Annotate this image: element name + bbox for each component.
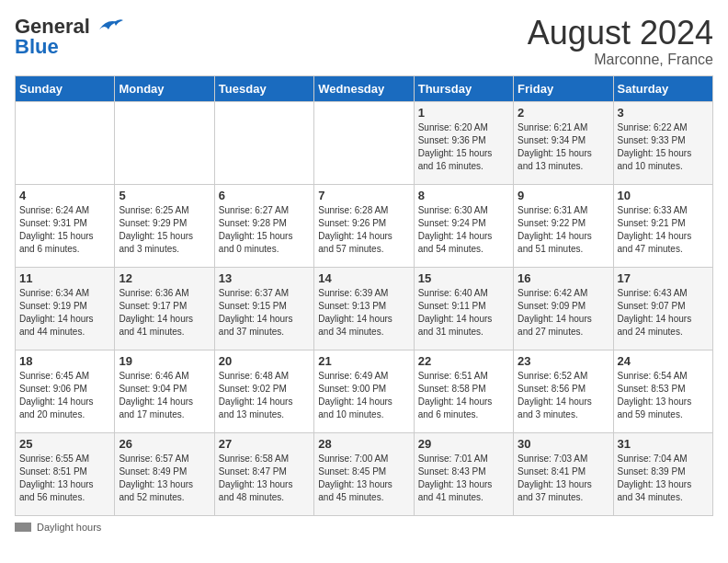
day-info: Sunrise: 6:30 AM Sunset: 9:24 PM Dayligh… [418, 204, 509, 256]
calendar-day-cell: 9Sunrise: 6:31 AM Sunset: 9:22 PM Daylig… [514, 184, 613, 267]
calendar-day-cell: 18Sunrise: 6:45 AM Sunset: 9:06 PM Dayli… [16, 350, 115, 432]
calendar-day-cell: 7Sunrise: 6:28 AM Sunset: 9:26 PM Daylig… [314, 184, 414, 267]
calendar-week-row: 18Sunrise: 6:45 AM Sunset: 9:06 PM Dayli… [16, 350, 713, 432]
day-info: Sunrise: 6:20 AM Sunset: 9:36 PM Dayligh… [418, 121, 509, 173]
calendar-day-cell [314, 101, 414, 184]
day-number: 4 [19, 189, 110, 202]
day-info: Sunrise: 6:37 AM Sunset: 9:15 PM Dayligh… [219, 287, 310, 339]
calendar-day-cell: 23Sunrise: 6:52 AM Sunset: 8:56 PM Dayli… [514, 350, 613, 432]
calendar-day-cell: 26Sunrise: 6:57 AM Sunset: 8:49 PM Dayli… [115, 432, 214, 515]
calendar-day-cell: 13Sunrise: 6:37 AM Sunset: 9:15 PM Dayli… [214, 267, 313, 350]
day-number: 28 [318, 437, 409, 451]
calendar-day-cell: 3Sunrise: 6:22 AM Sunset: 9:33 PM Daylig… [613, 101, 712, 184]
day-number: 31 [618, 437, 709, 451]
day-info: Sunrise: 6:25 AM Sunset: 9:29 PM Dayligh… [119, 204, 210, 256]
calendar-day-cell: 19Sunrise: 6:46 AM Sunset: 9:04 PM Dayli… [115, 350, 214, 432]
day-number: 23 [518, 354, 609, 368]
calendar-day-cell: 29Sunrise: 7:01 AM Sunset: 8:43 PM Dayli… [414, 432, 513, 515]
logo-text-blue: Blue [15, 35, 59, 59]
calendar-day-cell: 24Sunrise: 6:54 AM Sunset: 8:53 PM Dayli… [613, 350, 712, 432]
day-number: 1 [418, 106, 509, 120]
calendar-day-header: Sunday [16, 75, 115, 101]
day-info: Sunrise: 6:55 AM Sunset: 8:51 PM Dayligh… [19, 453, 110, 504]
day-info: Sunrise: 6:51 AM Sunset: 8:58 PM Dayligh… [418, 370, 509, 421]
day-number: 20 [219, 354, 310, 368]
day-number: 27 [219, 437, 310, 451]
calendar-week-row: 1Sunrise: 6:20 AM Sunset: 9:36 PM Daylig… [16, 101, 713, 184]
day-number: 26 [119, 437, 210, 451]
calendar-day-header: Tuesday [214, 75, 313, 101]
calendar-day-cell: 8Sunrise: 6:30 AM Sunset: 9:24 PM Daylig… [414, 184, 513, 267]
day-number: 21 [318, 354, 409, 368]
day-info: Sunrise: 6:54 AM Sunset: 8:53 PM Dayligh… [618, 370, 709, 421]
day-info: Sunrise: 7:04 AM Sunset: 8:39 PM Dayligh… [618, 453, 709, 504]
page-header: General Blue August 2024 Marconne, Franc… [15, 15, 713, 68]
day-number: 13 [219, 271, 310, 285]
day-info: Sunrise: 6:46 AM Sunset: 9:04 PM Dayligh… [119, 370, 210, 421]
day-info: Sunrise: 6:58 AM Sunset: 8:47 PM Dayligh… [219, 453, 310, 504]
calendar-day-header: Friday [514, 75, 613, 101]
day-number: 18 [19, 354, 110, 368]
calendar-header-row: SundayMondayTuesdayWednesdayThursdayFrid… [16, 75, 713, 101]
calendar-day-cell: 4Sunrise: 6:24 AM Sunset: 9:31 PM Daylig… [16, 184, 115, 267]
day-number: 5 [119, 189, 210, 202]
calendar-day-header: Thursday [414, 75, 513, 101]
calendar-day-cell: 25Sunrise: 6:55 AM Sunset: 8:51 PM Dayli… [16, 432, 115, 515]
calendar-day-header: Wednesday [314, 75, 414, 101]
day-number: 8 [418, 189, 509, 202]
day-info: Sunrise: 6:34 AM Sunset: 9:19 PM Dayligh… [19, 287, 110, 339]
calendar-week-row: 11Sunrise: 6:34 AM Sunset: 9:19 PM Dayli… [16, 267, 713, 350]
location: Marconne, France [528, 52, 713, 68]
calendar-day-cell: 28Sunrise: 7:00 AM Sunset: 8:45 PM Dayli… [314, 432, 414, 515]
day-info: Sunrise: 6:57 AM Sunset: 8:49 PM Dayligh… [119, 453, 210, 504]
calendar-day-cell: 21Sunrise: 6:49 AM Sunset: 9:00 PM Dayli… [314, 350, 414, 432]
calendar-week-row: 25Sunrise: 6:55 AM Sunset: 8:51 PM Dayli… [16, 432, 713, 515]
day-number: 10 [618, 189, 709, 202]
day-info: Sunrise: 6:40 AM Sunset: 9:11 PM Dayligh… [418, 287, 509, 339]
logo-bird-icon [90, 17, 123, 37]
calendar-day-cell: 11Sunrise: 6:34 AM Sunset: 9:19 PM Dayli… [16, 267, 115, 350]
calendar-day-cell: 20Sunrise: 6:48 AM Sunset: 9:02 PM Dayli… [214, 350, 313, 432]
day-number: 3 [618, 106, 709, 120]
day-info: Sunrise: 6:52 AM Sunset: 8:56 PM Dayligh… [518, 370, 609, 421]
day-info: Sunrise: 6:24 AM Sunset: 9:31 PM Dayligh… [19, 204, 110, 256]
calendar-day-cell: 22Sunrise: 6:51 AM Sunset: 8:58 PM Dayli… [414, 350, 513, 432]
calendar-body: 1Sunrise: 6:20 AM Sunset: 9:36 PM Daylig… [16, 101, 713, 515]
day-info: Sunrise: 6:21 AM Sunset: 9:34 PM Dayligh… [518, 121, 609, 173]
daylight-label: Daylight hours [37, 522, 101, 533]
day-number: 22 [418, 354, 509, 368]
day-number: 30 [518, 437, 609, 451]
title-block: August 2024 Marconne, France [528, 15, 713, 68]
calendar-day-cell [115, 101, 214, 184]
day-number: 14 [318, 271, 409, 285]
calendar-week-row: 4Sunrise: 6:24 AM Sunset: 9:31 PM Daylig… [16, 184, 713, 267]
day-info: Sunrise: 6:43 AM Sunset: 9:07 PM Dayligh… [618, 287, 709, 339]
day-info: Sunrise: 6:45 AM Sunset: 9:06 PM Dayligh… [19, 370, 110, 421]
day-info: Sunrise: 7:03 AM Sunset: 8:41 PM Dayligh… [518, 453, 609, 504]
day-info: Sunrise: 6:36 AM Sunset: 9:17 PM Dayligh… [119, 287, 210, 339]
day-number: 19 [119, 354, 210, 368]
day-info: Sunrise: 6:22 AM Sunset: 9:33 PM Dayligh… [618, 121, 709, 173]
day-number: 6 [219, 189, 310, 202]
calendar-day-cell [16, 101, 115, 184]
calendar-day-cell: 30Sunrise: 7:03 AM Sunset: 8:41 PM Dayli… [514, 432, 613, 515]
day-info: Sunrise: 6:48 AM Sunset: 9:02 PM Dayligh… [219, 370, 310, 421]
calendar-day-cell: 10Sunrise: 6:33 AM Sunset: 9:21 PM Dayli… [613, 184, 712, 267]
calendar-day-cell: 12Sunrise: 6:36 AM Sunset: 9:17 PM Dayli… [115, 267, 214, 350]
day-info: Sunrise: 6:31 AM Sunset: 9:22 PM Dayligh… [518, 204, 609, 256]
day-number: 12 [119, 271, 210, 285]
day-number: 29 [418, 437, 509, 451]
day-number: 24 [618, 354, 709, 368]
calendar-day-cell: 2Sunrise: 6:21 AM Sunset: 9:34 PM Daylig… [514, 101, 613, 184]
day-number: 9 [518, 189, 609, 202]
day-info: Sunrise: 6:27 AM Sunset: 9:28 PM Dayligh… [219, 204, 310, 256]
calendar-day-cell: 15Sunrise: 6:40 AM Sunset: 9:11 PM Dayli… [414, 267, 513, 350]
day-info: Sunrise: 7:00 AM Sunset: 8:45 PM Dayligh… [318, 453, 409, 504]
day-info: Sunrise: 6:33 AM Sunset: 9:21 PM Dayligh… [618, 204, 709, 256]
footer-note: Daylight hours [15, 522, 713, 533]
calendar-day-header: Monday [115, 75, 214, 101]
day-number: 2 [518, 106, 609, 120]
calendar-day-cell: 1Sunrise: 6:20 AM Sunset: 9:36 PM Daylig… [414, 101, 513, 184]
calendar-day-cell: 14Sunrise: 6:39 AM Sunset: 9:13 PM Dayli… [314, 267, 414, 350]
daylight-rect-icon [15, 523, 31, 532]
